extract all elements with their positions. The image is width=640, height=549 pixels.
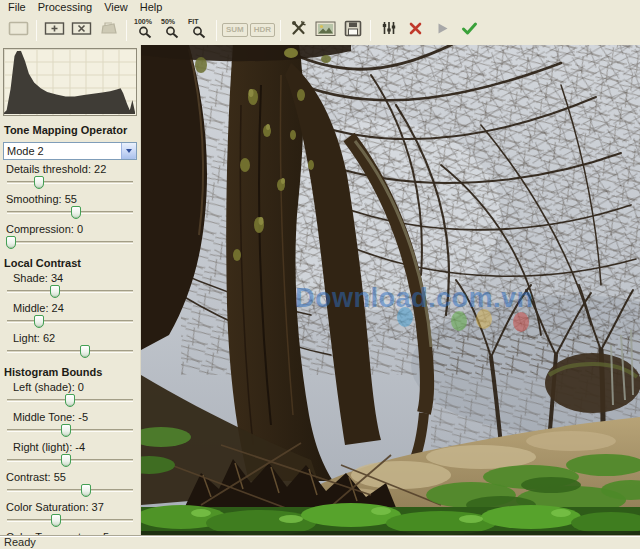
toolbar-separator <box>370 20 371 41</box>
slider-left-shade[interactable] <box>7 393 133 408</box>
slider-group-smoothing: Smoothing: 55 <box>3 193 137 220</box>
slider-group-right-light: Right (light): -4 <box>3 441 137 468</box>
slider-label-middle: Middle: 24 <box>13 302 137 314</box>
slider-group-color-saturation: Color Saturation: 37 <box>3 501 137 528</box>
slider-color-saturation[interactable] <box>7 513 133 528</box>
open-image-button[interactable] <box>313 17 338 43</box>
slider-smoothing[interactable] <box>7 205 133 220</box>
sum-mode-label: SUM <box>222 23 248 37</box>
slider-groove <box>7 320 133 323</box>
slider-label-left-shade: Left (shade): 0 <box>13 381 137 393</box>
slider-thumb-right-light[interactable] <box>61 454 71 467</box>
tone-mapping-operator-label: Tone Mapping Operator <box>4 124 137 137</box>
slider-thumb-contrast[interactable] <box>81 484 91 497</box>
rect-empty-icon <box>8 21 29 40</box>
slider-groove <box>7 290 133 293</box>
slider-groove <box>7 489 133 492</box>
slider-label-color-saturation: Color Saturation: 37 <box>6 501 137 513</box>
slider-thumb-left-shade[interactable] <box>65 394 75 407</box>
slider-thumb-details-threshold[interactable] <box>34 176 44 189</box>
tone-mapping-mode-select[interactable]: Mode 2 <box>3 142 137 160</box>
slider-label-contrast: Contrast: 55 <box>6 471 137 483</box>
toolbar: 100%50%FITSUMHDR <box>0 15 640 45</box>
run-button <box>430 17 455 43</box>
slider-label-compression: Compression: 0 <box>6 223 137 235</box>
sidebar: Tone Mapping Operator Mode 2 Details thr… <box>0 45 141 535</box>
hdr-mode-label: HDR <box>250 23 275 37</box>
magnifier-icon <box>165 25 179 43</box>
slider-right-light[interactable] <box>7 453 133 468</box>
image-viewport[interactable]: Download.com.vn <box>141 45 640 535</box>
slider-groove <box>7 350 133 353</box>
zoom-fit-button[interactable]: FIT <box>186 17 211 43</box>
slider-group-light: Light: 62 <box>3 332 137 359</box>
menu-help[interactable]: Help <box>135 1 170 14</box>
hdr-mode-button: HDR <box>250 17 275 43</box>
menu-file[interactable]: File <box>3 1 33 14</box>
rect-plus-icon <box>44 21 65 40</box>
sum-mode-button: SUM <box>222 17 248 43</box>
combo-selected-value: Mode 2 <box>4 143 121 159</box>
tone-settings-button[interactable] <box>376 17 401 43</box>
slider-label-smoothing: Smoothing: 55 <box>6 193 137 205</box>
zoom-100-label: 100% <box>134 18 152 25</box>
slider-contrast[interactable] <box>7 483 133 498</box>
slider-thumb-middle[interactable] <box>34 315 44 328</box>
remove-image-button[interactable] <box>69 17 94 43</box>
balloon-green <box>451 311 467 331</box>
magnifier-icon <box>192 25 206 43</box>
add-image-button[interactable] <box>42 17 67 43</box>
toolbar-separator <box>36 20 37 41</box>
histogram-panel <box>3 48 137 116</box>
slider-middle-tone[interactable] <box>7 423 133 438</box>
histogram-chart <box>4 49 136 115</box>
slider-thumb-shade[interactable] <box>50 285 60 298</box>
menu-processing[interactable]: Processing <box>33 1 99 14</box>
slider-light[interactable] <box>7 344 133 359</box>
cancel-button[interactable] <box>403 17 428 43</box>
slider-label-shade: Shade: 34 <box>13 272 137 284</box>
status-text: Ready <box>4 536 36 548</box>
check-icon <box>461 21 478 40</box>
slider-thumb-middle-tone[interactable] <box>61 424 71 437</box>
balloon-yellow <box>476 309 492 329</box>
slider-compression[interactable] <box>7 235 133 250</box>
slider-group-shade: Shade: 34 <box>3 272 137 299</box>
sliders-icon <box>381 20 397 40</box>
picture-icon <box>315 20 336 41</box>
slider-label-details-threshold: Details threshold: 22 <box>6 163 137 175</box>
tray-icon <box>99 21 119 40</box>
slider-group-middle: Middle: 24 <box>3 302 137 329</box>
slider-label-right-light: Right (light): -4 <box>13 441 137 453</box>
zoom-100-button[interactable]: 100% <box>132 17 157 43</box>
rect-x-icon <box>71 21 92 40</box>
slider-label-middle-tone: Middle Tone: -5 <box>13 411 137 423</box>
slider-details-threshold[interactable] <box>7 175 133 190</box>
balloon-red <box>513 312 529 332</box>
watermark-text: Download.com.vn <box>295 283 534 313</box>
combo-dropdown-button[interactable] <box>121 143 136 159</box>
magnifier-icon <box>138 25 152 43</box>
slider-shade[interactable] <box>7 284 133 299</box>
slider-group-contrast: Contrast: 55 <box>3 471 137 498</box>
section-histogram-bounds: Histogram Bounds <box>4 366 137 378</box>
play-icon <box>435 21 450 40</box>
slider-group-details-threshold: Details threshold: 22 <box>3 163 137 190</box>
tools-button[interactable] <box>286 17 311 43</box>
slider-groove <box>7 181 133 184</box>
save-button[interactable] <box>340 17 365 43</box>
status-bar: Ready <box>0 535 640 549</box>
slider-groove <box>7 211 133 214</box>
sidebar-controls: Details threshold: 22Smoothing: 55Compre… <box>3 163 137 549</box>
menu-view[interactable]: View <box>99 1 135 14</box>
slider-thumb-smoothing[interactable] <box>71 206 81 219</box>
toolbar-separator <box>216 20 217 41</box>
slider-thumb-color-saturation[interactable] <box>51 514 61 527</box>
slider-thumb-compression[interactable] <box>6 236 16 249</box>
slider-thumb-light[interactable] <box>80 345 90 358</box>
zoom-50-button[interactable]: 50% <box>159 17 184 43</box>
apply-button[interactable] <box>457 17 482 43</box>
slider-middle[interactable] <box>7 314 133 329</box>
toolbar-separator <box>126 20 127 41</box>
tools-icon <box>290 20 307 40</box>
